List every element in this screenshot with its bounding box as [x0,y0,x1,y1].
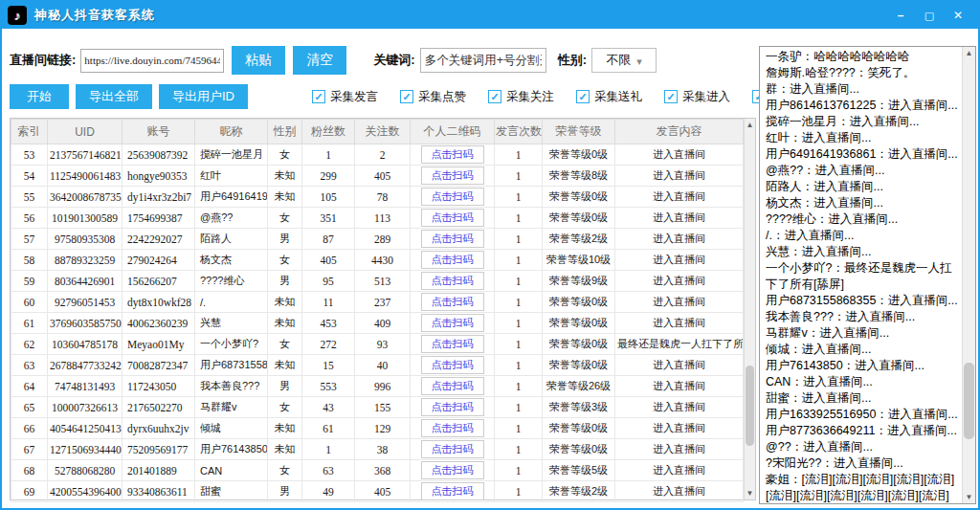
paste-button[interactable]: 粘贴 [232,46,285,75]
table-row[interactable]: 63267884773324270082872347用户687315586未知1… [11,355,744,376]
scan-qr-button[interactable]: 点击扫码 [421,398,484,416]
cell-index: 55 [11,187,48,208]
cell-speak_count: 1 [495,187,543,208]
table-row[interactable]: 62103604785178Meyao01My一个小梦吖?女27293点击扫码1… [11,334,744,355]
table-row[interactable]: 61376960358575040062360239兴慧未知453409点击扫码… [11,313,744,334]
cell-qr: 点击扫码 [411,229,495,250]
capture-option[interactable]: 采集进入 [664,89,730,105]
export-userid-button[interactable]: 导出用户ID [159,84,248,109]
gender-select[interactable]: 不限 [591,48,657,73]
table-row[interactable]: 553642008678735dy1i4xr3z2bi7用户649164193未… [11,187,744,208]
scan-qr-button[interactable]: 点击扫码 [421,188,484,206]
capture-option[interactable]: 采集发言 [312,89,378,105]
cell-uid: 3769603585750 [48,313,122,334]
column-header[interactable]: 粉丝数 [302,120,355,144]
checkbox-icon[interactable] [664,90,678,103]
table-row[interactable]: 5980364426901156266207????维心男95513点击扫码1荣… [11,271,744,292]
scan-qr-button[interactable]: 点击扫码 [421,314,484,332]
live-link-input[interactable] [80,49,224,73]
column-header[interactable]: 性别 [268,120,302,144]
minimize-icon[interactable] [890,7,911,24]
scan-qr-button[interactable]: 点击扫码 [421,272,484,290]
table-row[interactable]: 57975809353082242292027陌路人男87289点击扫码1荣誉等… [11,229,744,250]
cell-follows: 513 [355,271,411,292]
chat-message: 一条驴：哈哈哈哈哈哈哈哈 [766,49,961,65]
table-row[interactable]: 5888789323259279024264杨文杰女4054430点击扫码1荣誉… [11,250,744,271]
checkbox-icon[interactable] [312,90,325,103]
table-row[interactable]: 67127150693444075209569177用户76143850未知13… [11,439,744,460]
scan-qr-button[interactable]: 点击扫码 [421,145,484,164]
scan-qr-button[interactable]: 点击扫码 [421,419,484,437]
cell-nickname: /. [195,292,268,313]
column-header[interactable]: 荣誉等级 [543,120,615,144]
cell-nickname: 用户649164193 [195,187,268,208]
column-header[interactable]: 个人二维码 [411,120,495,144]
table-row[interactable]: 664054641250413dyrx6uuhx2jv倾城未知61129点击扫码… [11,418,744,439]
cell-uid: 88789323259 [48,250,122,271]
scroll-up-icon[interactable] [963,47,975,59]
keyword-input[interactable] [420,48,546,73]
maximize-icon[interactable] [919,7,940,24]
checkbox-icon[interactable] [400,90,413,103]
scan-qr-button[interactable]: 点击扫码 [421,356,484,374]
chat-message: 搅碎一池星月：进入直播间... [766,114,961,130]
scroll-down-icon[interactable] [963,491,975,503]
export-all-button[interactable]: 导出全部 [76,84,152,109]
table-scrollbar[interactable] [744,119,755,499]
column-header[interactable]: 索引 [11,120,48,144]
scan-qr-button[interactable]: 点击扫码 [421,377,484,395]
capture-option[interactable]: 采集点赞 [400,89,466,105]
column-header[interactable]: 发言内容 [615,120,744,144]
cell-fans: 405 [302,250,355,271]
chat-scrollbar-thumb[interactable] [964,363,974,439]
table-row[interactable]: 6852788068280201401889CAN女63368点击扫码1荣誉等级… [11,460,744,481]
clear-button[interactable]: 清空 [293,46,346,75]
cell-nickname: 我本善良??? [195,376,268,397]
scan-qr-button[interactable]: 点击扫码 [421,166,484,185]
column-header[interactable]: 发言次数 [495,120,543,144]
checkbox-icon[interactable] [488,90,501,103]
scan-qr-button[interactable]: 点击扫码 [421,230,484,248]
table-row[interactable]: 651000073266132176502270马群耀v女43155点击扫码1荣… [11,397,744,418]
table-row[interactable]: 541125490061483hongye90353红叶未知299405点击扫码… [11,166,744,187]
cell-qr: 点击扫码 [411,355,495,376]
cell-fans: 61 [302,418,355,439]
column-header[interactable]: 关注数 [355,120,411,144]
cell-gender: 未知 [268,355,302,376]
scroll-down-icon[interactable] [745,487,755,499]
column-header[interactable]: 账号 [122,120,195,144]
cell-follows: 155 [355,397,411,418]
column-header[interactable]: UID [48,120,122,144]
cell-gender: 男 [268,481,302,502]
cell-account: 1754699387 [122,208,195,229]
scan-qr-button[interactable]: 点击扫码 [421,251,484,269]
column-header[interactable]: 昵称 [195,120,268,144]
scroll-up-icon[interactable] [745,119,755,131]
table-scrollbar-thumb[interactable] [746,366,754,446]
table-row[interactable]: 69420055439640093340863611甜蜜男49405点击扫码1荣… [11,481,744,502]
table-row[interactable]: 6474748131493117243050我本善良???男553996点击扫码… [11,376,744,397]
scan-qr-button[interactable]: 点击扫码 [421,440,484,458]
scan-qr-button[interactable]: 点击扫码 [421,461,484,479]
scan-qr-button[interactable]: 点击扫码 [421,482,484,500]
close-icon[interactable] [947,7,969,24]
chat-scrollbar[interactable] [962,47,975,503]
cell-content: 进入直播间 [615,460,744,481]
chat-message: CAN：进入直播间... [766,374,961,390]
cell-index: 63 [11,355,48,376]
table-row[interactable]: 53213756714682125639087392搅碎一池星月女12点击扫码1… [11,144,744,166]
capture-option[interactable]: 采集送礼 [576,89,642,105]
scan-qr-button[interactable]: 点击扫码 [421,335,484,353]
capture-options: 采集发言采集点赞采集关注采集送礼采集进入自动滚屏 [312,89,818,105]
scan-qr-button[interactable]: 点击扫码 [421,293,484,311]
scan-qr-button[interactable]: 点击扫码 [421,209,484,227]
table-row[interactable]: 6092796051453dyt8x10wkf28/.未知11237点击扫码1荣… [11,292,744,313]
cell-account: dyrx6uuhx2jv [122,418,195,439]
capture-option[interactable]: 采集关注 [488,89,554,105]
cell-follows: 237 [355,292,411,313]
table-row[interactable]: 561019013005891754699387@燕??女351113点击扫码1… [11,208,744,229]
checkbox-icon[interactable] [576,90,590,103]
start-button[interactable]: 开始 [10,84,69,109]
window-controls [890,7,969,24]
chat-message: 用户6873155868355：进入直播间... [766,293,961,309]
